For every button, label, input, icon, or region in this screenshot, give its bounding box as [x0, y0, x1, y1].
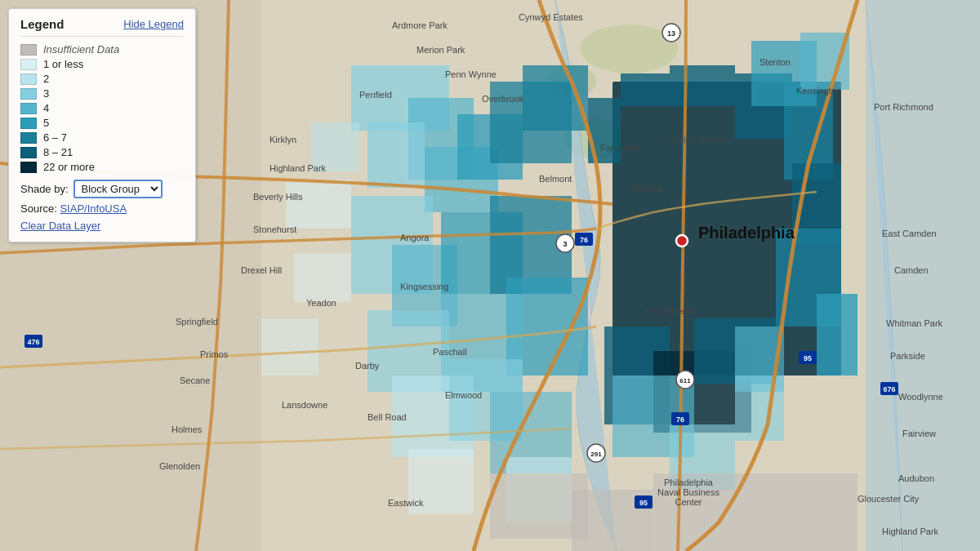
shield-text: 13: [667, 29, 675, 38]
legend-row-6-7: 6 – 7: [20, 131, 184, 144]
legend-row-4: 4: [20, 102, 184, 114]
place-label: Highland Park: [882, 527, 939, 536]
svg-rect-42: [294, 253, 351, 302]
legend-swatch-1orless: [20, 59, 37, 70]
legend-label-insufficient: Insufficient Data: [43, 43, 119, 56]
place-label: Eastwick: [388, 498, 424, 508]
shade-by-row: Shade by: Block Group Census Tract Zip C…: [20, 180, 184, 198]
place-label: Secane: [180, 375, 210, 385]
shield-label: 476: [27, 338, 39, 346]
shield-text: 3: [563, 240, 567, 248]
place-label: Beverly Hills: [253, 192, 303, 202]
source-link[interactable]: SIAP/InfoUSA: [60, 202, 127, 215]
svg-rect-21: [368, 122, 425, 188]
svg-rect-45: [800, 33, 849, 90]
svg-rect-6: [866, 0, 980, 551]
place-label: Belmont: [539, 174, 572, 184]
legend-label-2: 2: [43, 73, 49, 85]
hide-legend-link[interactable]: Hide Legend: [123, 18, 184, 30]
legend-label-4: 4: [43, 102, 49, 114]
place-label: Naval Business: [657, 487, 719, 497]
place-label: Overbrook: [482, 94, 524, 104]
place-label: Penn Wynne: [445, 69, 497, 79]
legend-label-1orless: 1 or less: [43, 58, 83, 70]
clear-data-link[interactable]: Clear Data Layer: [20, 220, 184, 232]
place-label: Mantua: [631, 184, 662, 193]
svg-rect-47: [735, 375, 784, 441]
legend-swatch-6-7: [20, 132, 37, 144]
place-label: Fairmount: [600, 143, 641, 153]
shield-label: 76: [676, 415, 684, 424]
shield-text: 611: [679, 377, 691, 384]
svg-rect-43: [261, 318, 318, 375]
place-label: Highland Park: [270, 163, 327, 173]
svg-rect-15: [817, 294, 858, 375]
place-label: Paschall: [433, 347, 467, 357]
legend-swatch-2: [20, 73, 37, 85]
place-label: Kingsessing: [400, 282, 448, 291]
place-label: Parkside: [890, 351, 925, 361]
legend-label-8-21: 8 – 21: [43, 146, 73, 158]
source-row: Source: SIAP/InfoUSA: [20, 202, 184, 215]
place-label: Drexel Hill: [241, 265, 282, 275]
place-label: Ardmore Park: [392, 20, 448, 30]
legend-panel: Legend Hide Legend Insufficient Data 1 o…: [8, 8, 196, 242]
legend-row-5: 5: [20, 117, 184, 129]
legend-row-3: 3: [20, 87, 184, 100]
place-label: Glenolden: [159, 461, 200, 471]
shield-text: 291: [590, 451, 602, 458]
svg-rect-10: [670, 65, 735, 106]
place-label: Gloucester City: [858, 494, 920, 504]
place-label: Stonehurst: [253, 224, 296, 234]
shield-label: 676: [883, 385, 895, 393]
place-label: Primos: [200, 349, 229, 359]
legend-row-insufficient: Insufficient Data: [20, 43, 184, 56]
legend-row-1orless: 1 or less: [20, 58, 184, 70]
place-label: Fairview: [902, 429, 936, 438]
place-label: Lansdowne: [282, 400, 327, 410]
place-label: Springfield: [176, 317, 218, 327]
shade-by-select[interactable]: Block Group Census Tract Zip Code: [74, 180, 163, 198]
legend-swatch-8-21: [20, 147, 37, 158]
legend-swatch-3: [20, 88, 37, 100]
shield-label: 95: [804, 354, 812, 362]
legend-row-8-21: 8 – 21: [20, 146, 184, 158]
place-label: Whitman Park: [886, 318, 943, 328]
city-label: Philadelphia: [698, 224, 795, 242]
legend-label-3: 3: [43, 87, 49, 100]
map-container: Cynwyd Estates Ardmore Park Merion Park …: [0, 0, 980, 551]
place-label: Woodlynne: [898, 392, 943, 402]
legend-swatch-4: [20, 103, 37, 114]
place-label: Penfield: [359, 90, 392, 100]
place-label: Center: [675, 497, 702, 507]
legend-swatch-22plus: [20, 162, 37, 173]
place-label: Port Richmond: [874, 102, 933, 112]
shield-label: 76: [580, 236, 588, 244]
place-label: Kensington: [796, 86, 841, 96]
place-label: Merion Park: [416, 45, 466, 55]
legend-label-5: 5: [43, 117, 49, 129]
place-label: Yeadon: [306, 298, 336, 308]
place-label: Kirklyn: [270, 135, 296, 144]
place-label: Spring Garden: [670, 135, 728, 144]
shade-by-label: Shade by:: [20, 183, 69, 195]
legend-items: Insufficient Data 1 or less 2 3 4: [20, 43, 184, 173]
legend-swatch-insufficient: [20, 44, 37, 56]
place-label: Audubon: [898, 473, 934, 483]
place-label: Holmes: [172, 424, 203, 434]
place-label: Elmwood: [445, 390, 482, 400]
place-label: Philadelphia: [664, 478, 714, 487]
place-label: Bell Road: [368, 412, 407, 422]
legend-label-6-7: 6 – 7: [43, 131, 67, 144]
shield-label: 95: [639, 499, 648, 507]
place-label: Cynwyd Estates: [519, 12, 583, 22]
place-label: Darby: [355, 361, 380, 371]
place-label: Stenton: [760, 57, 791, 67]
place-label: Angora: [400, 233, 430, 242]
svg-rect-41: [286, 180, 351, 229]
place-label: Point Breeze: [645, 306, 697, 316]
legend-row-22plus: 22 or more: [20, 161, 184, 173]
svg-rect-9: [621, 73, 670, 106]
city-dot: [676, 235, 688, 247]
legend-label-22plus: 22 or more: [43, 161, 95, 173]
